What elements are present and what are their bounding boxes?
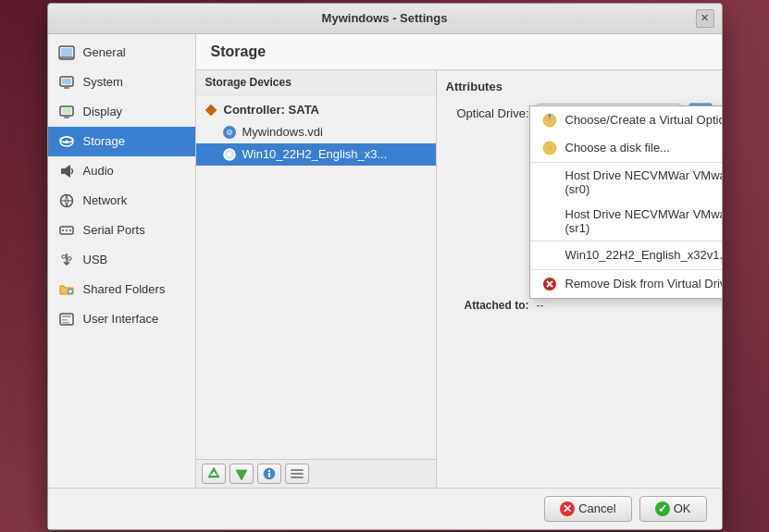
window-title: Mywindows - Settings <box>74 11 696 25</box>
svg-rect-40 <box>268 470 270 472</box>
svg-rect-24 <box>62 315 71 317</box>
system-icon <box>57 73 76 92</box>
choose-create-icon <box>541 112 558 129</box>
window-footer: ✕ Cancel ✓ OK <box>48 488 722 529</box>
sidebar-item-storage-label: Storage <box>83 134 126 148</box>
menu-item-host-drive-sr0-label: Host Drive NECVMWar VMware SATA CD00 (sr… <box>565 168 722 196</box>
audio-icon <box>57 162 76 180</box>
add-storage-button[interactable] <box>202 464 226 484</box>
titlebar: Mywindows - Settings ✕ <box>48 4 722 34</box>
optical-drive-dropdown-menu: Choose/Create a Virtual Optical Disk... <box>529 105 722 299</box>
controller-icon <box>204 103 218 118</box>
ok-button[interactable]: ✓ OK <box>639 496 707 522</box>
devices-toolbar <box>196 459 436 488</box>
shared-folders-icon <box>57 280 76 299</box>
menu-item-host-drive-sr1[interactable]: Host Drive NECVMWar VMware SATA CD01 (sr… <box>530 202 722 241</box>
sidebar-item-user-interface[interactable]: User Interface <box>48 304 195 334</box>
svg-point-18 <box>66 229 68 231</box>
sidebar-item-system-label: System <box>83 75 123 89</box>
iso-label: Win10_22H2_English_x3... <box>242 147 388 161</box>
svg-point-50 <box>548 114 551 117</box>
vdi-icon <box>222 125 237 140</box>
svg-point-49 <box>549 119 551 121</box>
menu-item-choose-disk-file-label: Choose a disk file... <box>565 141 670 155</box>
menu-item-win10-iso[interactable]: Win10_22H2_English_x32v1.iso <box>530 241 722 269</box>
sidebar-item-audio[interactable]: Audio <box>48 156 195 186</box>
sidebar-item-usb-label: USB <box>83 253 108 266</box>
usb-icon <box>57 251 76 269</box>
serial-ports-icon <box>57 221 76 240</box>
svg-rect-8 <box>64 117 69 118</box>
device-item-win10-iso[interactable]: Win10_22H2_English_x3... <box>196 143 436 166</box>
sidebar-item-network[interactable]: Network <box>48 186 195 216</box>
sidebar-item-audio-label: Audio <box>83 164 114 178</box>
remove-storage-button[interactable] <box>229 464 254 484</box>
svg-marker-27 <box>205 105 217 116</box>
menu-item-remove-disk-label: Remove Disk from Virtual Drive <box>565 277 722 291</box>
storage-devices-title: Storage Devices <box>196 70 436 95</box>
svg-point-17 <box>62 229 64 231</box>
edit-storage-button[interactable] <box>257 464 281 484</box>
menu-item-host-drive-sr0[interactable]: Host Drive NECVMWar VMware SATA CD00 (sr… <box>530 163 722 202</box>
storage-devices-pane: Storage Devices Controller: SATA <box>196 70 437 488</box>
user-interface-icon <box>57 310 76 328</box>
sidebar-item-serial-ports[interactable]: Serial Ports <box>48 216 195 245</box>
main-content: Storage Storage Devices Contro <box>196 34 722 488</box>
svg-point-30 <box>229 131 230 133</box>
sidebar-item-display-label: Display <box>83 105 123 118</box>
info-section: Attached to: -- <box>446 299 713 315</box>
menu-item-choose-disk-file[interactable]: Choose a disk file... <box>530 134 722 162</box>
sidebar-item-system[interactable]: System <box>48 68 195 97</box>
svg-rect-42 <box>291 469 304 471</box>
device-list: Controller: SATA Mywindows <box>196 95 436 459</box>
display-icon <box>57 103 76 121</box>
optical-drive-label: Optical Drive: <box>446 106 529 120</box>
choose-disk-file-icon <box>541 140 558 156</box>
svg-rect-25 <box>62 319 68 321</box>
menu-item-choose-create-label: Choose/Create a Virtual Optical Disk... <box>565 113 722 127</box>
vdi-label: Mywindows.vdi <box>242 125 323 139</box>
ok-label: OK <box>674 501 691 515</box>
cancel-button[interactable]: ✕ Cancel <box>544 496 631 522</box>
sidebar-item-display[interactable]: Display <box>48 97 195 127</box>
svg-rect-43 <box>291 473 304 475</box>
window-close-button[interactable]: ✕ <box>696 9 714 28</box>
svg-rect-2 <box>59 56 74 58</box>
network-icon <box>57 192 76 210</box>
svg-rect-4 <box>62 79 71 84</box>
attached-to-value: -- <box>537 299 544 312</box>
menu-item-remove-disk[interactable]: Remove Disk from Virtual Drive <box>530 270 722 298</box>
sidebar-item-general[interactable]: General <box>48 38 195 68</box>
svg-rect-21 <box>68 257 71 260</box>
device-item-mywindows-vdi[interactable]: Mywindows.vdi <box>196 121 436 143</box>
svg-point-54 <box>549 147 551 149</box>
content-area: Storage Devices Controller: SATA <box>196 70 722 488</box>
sidebar-item-network-label: Network <box>83 193 128 207</box>
attached-to-label: Attached to: <box>446 299 529 312</box>
menu-item-host-drive-sr1-label: Host Drive NECVMWar VMware SATA CD01 (sr… <box>565 207 722 235</box>
attributes-title: Attributes <box>446 80 713 93</box>
sidebar-item-usb[interactable]: USB <box>48 245 195 275</box>
menu-item-win10-iso-label: Win10_22H2_English_x32v1.iso <box>565 248 722 262</box>
more-options-button[interactable] <box>285 464 309 484</box>
host-drive-sr1-icon <box>541 213 558 229</box>
remove-disk-icon <box>541 276 558 292</box>
iso-icon <box>222 147 237 162</box>
sidebar-item-storage[interactable]: Storage <box>48 127 195 156</box>
host-drive-sr0-icon <box>541 174 558 191</box>
sidebar-item-general-label: General <box>83 45 126 59</box>
device-item-controller-sata[interactable]: Controller: SATA <box>196 99 436 121</box>
cancel-icon: ✕ <box>560 501 575 516</box>
svg-rect-44 <box>291 476 304 478</box>
sidebar-item-user-interface-label: User Interface <box>83 312 159 326</box>
svg-rect-12 <box>61 168 65 174</box>
svg-rect-37 <box>211 474 217 476</box>
menu-item-choose-create[interactable]: Choose/Create a Virtual Optical Disk... <box>530 106 722 134</box>
svg-marker-13 <box>65 165 70 178</box>
sidebar: General System <box>48 34 196 488</box>
window-body: General System <box>48 34 722 488</box>
section-title: Storage <box>196 34 722 70</box>
sidebar-item-shared-folders-label: Shared Folders <box>83 282 166 296</box>
sidebar-item-shared-folders[interactable]: Shared Folders <box>48 275 195 304</box>
cancel-label: Cancel <box>578 501 615 515</box>
